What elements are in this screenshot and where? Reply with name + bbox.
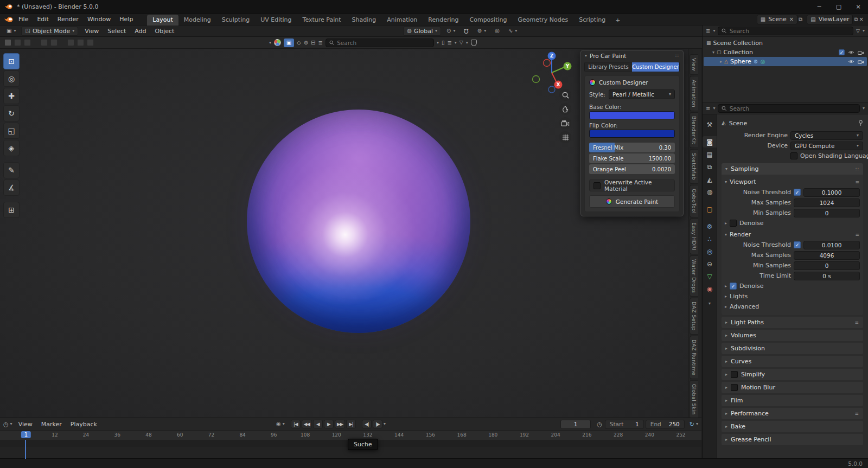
measure-tool[interactable]: ∡ — [3, 179, 20, 196]
render-time-limit-field[interactable]: 0 s — [794, 272, 860, 280]
close-button[interactable]: × — [848, 0, 868, 14]
section-motion-blur[interactable]: ▸Motion Blur — [722, 382, 863, 393]
slider-fresnel-mix[interactable]: Fresnel Mix0.30 — [589, 143, 675, 152]
tab-custom-designer[interactable]: Custom Designer — [632, 62, 679, 72]
eye-icon[interactable] — [848, 59, 854, 65]
sidebar-tab-daz-setup[interactable]: DAZ Setup — [690, 298, 698, 335]
orthographic-grid-icon[interactable] — [559, 131, 571, 143]
new-view-layer-icon[interactable]: ⧉ — [854, 17, 858, 22]
tab-library-presets[interactable]: Library Presets — [585, 62, 632, 72]
toolsettings-icon[interactable]: ⊚ — [304, 40, 308, 46]
remove-view-layer-icon[interactable]: × — [859, 17, 864, 22]
play-button[interactable]: ▶ — [324, 420, 334, 428]
workspace-tab-sculpting[interactable]: Sculpting — [216, 15, 255, 25]
workspace-tab-geometry-nodes[interactable]: Geometry Nodes — [512, 15, 573, 25]
chevron-down-icon[interactable]: ▾ — [713, 106, 715, 111]
slider-orange-peel[interactable]: Orange Peel0.0020 — [589, 164, 675, 174]
auto-keying-record-icon[interactable]: ◉ — [276, 421, 281, 427]
viewport-menu-view[interactable]: View — [80, 27, 103, 36]
navigation-gizmo[interactable]: Z Y X — [529, 50, 575, 95]
select-mode-invert[interactable] — [41, 39, 48, 46]
active-tool-icon[interactable]: ▣ — [284, 39, 294, 47]
properties-tab-constraints[interactable]: ⊝ — [703, 258, 717, 270]
frame-start-field[interactable]: Start 1 — [605, 420, 644, 429]
properties-editor-icon[interactable]: ≡ — [706, 106, 710, 111]
outliner-search[interactable] — [718, 27, 853, 35]
outliner-search-input[interactable] — [730, 28, 850, 34]
chevron-down-icon[interactable]: ▾ — [863, 29, 865, 33]
properties-tab-object-data[interactable]: ▽ — [703, 271, 717, 282]
overwrite-checkbox[interactable] — [593, 182, 601, 189]
motion-blur-checkbox[interactable] — [731, 384, 738, 391]
toolsettings-icon[interactable]: ⊟ — [311, 40, 315, 46]
viewport-menu-select[interactable]: Select — [103, 27, 130, 36]
section-film[interactable]: ▸Film — [722, 395, 863, 406]
collection-checkbox[interactable]: ✓ — [839, 49, 845, 55]
section-subdivision[interactable]: ▸Subdivision — [722, 343, 863, 354]
chevron-right-icon[interactable]: ▸ — [720, 60, 722, 64]
transform-tool[interactable]: ◈ — [3, 140, 20, 156]
select-option-icon[interactable] — [87, 39, 94, 46]
sidebar-tab-daz-runtime[interactable]: DAZ Runtime — [690, 336, 698, 379]
previous-frame-button[interactable]: ◀| — [362, 420, 372, 428]
3d-viewport[interactable]: ⊡◎✚↻◱◈✎∡⊞ Z Y X — [0, 49, 701, 418]
menu-window[interactable]: Window — [83, 15, 115, 24]
section-bake[interactable]: ▸Bake — [722, 421, 863, 432]
gizmo-neg-z[interactable] — [548, 86, 555, 93]
next-frame-button[interactable]: |▶ — [373, 420, 382, 428]
section-performance[interactable]: ▸Performance≡ — [722, 408, 863, 419]
properties-tab-particles[interactable]: ∴ — [703, 233, 717, 245]
pivot-point-dropdown[interactable]: ⊙▾ — [443, 27, 458, 36]
jump-to-end-button[interactable]: ▶| — [346, 420, 356, 428]
subsection-render[interactable]: ▾ Render ≡ — [725, 229, 860, 240]
sidebar-tab-animation[interactable]: Animation — [690, 76, 698, 111]
properties-tabs-overflow-icon[interactable]: ▾ — [703, 301, 717, 306]
filter-funnel-icon[interactable]: ▽ — [856, 29, 860, 34]
chevron-down-icon[interactable]: ▾ — [713, 29, 715, 33]
snap-settings-dropdown[interactable]: ⊚▾ — [474, 27, 489, 36]
section-volumes[interactable]: ▸Volumes — [722, 330, 863, 341]
workspace-tab-modeling[interactable]: Modeling — [178, 15, 216, 25]
slider-flake-scale[interactable]: Flake Scale1500.00 — [589, 153, 675, 163]
select-mode-subtract[interactable] — [24, 39, 31, 46]
sidebar-tab-easy-hdri[interactable]: Easy HDRI — [690, 219, 698, 254]
render-denoise-checkbox[interactable]: ✓ — [730, 283, 737, 290]
sliders-icon[interactable]: ≡ — [855, 179, 860, 185]
material-preview-ball-icon[interactable] — [274, 39, 281, 46]
next-keyframe-button[interactable]: ▶▶ — [335, 420, 345, 428]
current-frame-field[interactable]: 1 — [560, 420, 591, 429]
shield-icon[interactable] — [471, 40, 477, 46]
eye-icon[interactable] — [848, 49, 854, 55]
playhead-line[interactable] — [25, 440, 26, 459]
unlink-scene-icon[interactable]: × — [789, 17, 794, 22]
render-engine-dropdown[interactable]: Cycles▾ — [790, 131, 863, 140]
timeline-menu-marker[interactable]: Marker — [37, 420, 66, 429]
sidebar-tab-global-skin[interactable]: Global Skin — [690, 380, 698, 418]
chevron-down-icon[interactable]: ▾ — [696, 422, 698, 426]
chevron-down-icon[interactable]: ▾ — [283, 422, 285, 426]
sidebar-tab-gobotool[interactable]: GoboTool — [690, 185, 698, 217]
minimize-button[interactable]: ─ — [809, 0, 829, 14]
menu-render[interactable]: Render — [53, 15, 83, 24]
bookmark-icon[interactable]: ▯ — [442, 40, 445, 46]
view-layer-selector[interactable]: ▤ ViewLayer — [807, 15, 853, 24]
workspace-tab-uv-editing[interactable]: UV Editing — [255, 15, 297, 25]
collapse-chevron-icon[interactable]: ▾ — [585, 54, 587, 58]
render-noise-threshold-field[interactable]: 0.0100 — [803, 241, 860, 249]
subsection-viewport[interactable]: ▾ Viewport ≡ — [725, 177, 860, 187]
viewport-min-samples-field[interactable]: 0 — [794, 209, 860, 217]
properties-tab-tool[interactable]: ⚒ — [703, 119, 717, 130]
chevron-down-icon[interactable]: ▾ — [712, 50, 714, 55]
outliner-row-sphere[interactable]: ▸ △ Sphere ⚙ ◎ — [704, 57, 867, 66]
sphere-object[interactable] — [247, 110, 470, 333]
select-mode-extend[interactable] — [14, 39, 21, 46]
outliner-row-collection[interactable]: ▾ ▢ Collection ✓ — [704, 48, 867, 57]
scene-selector[interactable]: ▦ Scene × — [757, 15, 797, 24]
outliner-row-scene-collection[interactable]: ▦ Scene Collection — [704, 39, 867, 48]
sidebar-tab-blenderkit[interactable]: BlenderKit — [690, 112, 698, 148]
toolsettings-icon[interactable]: ◇ — [297, 40, 301, 46]
timeline-editor-icon[interactable]: ◷ — [3, 421, 9, 427]
camera-view-icon[interactable] — [559, 117, 571, 129]
filter-funnel-icon[interactable]: ▽ — [459, 40, 463, 45]
render-min-samples-field[interactable]: 0 — [794, 261, 860, 270]
